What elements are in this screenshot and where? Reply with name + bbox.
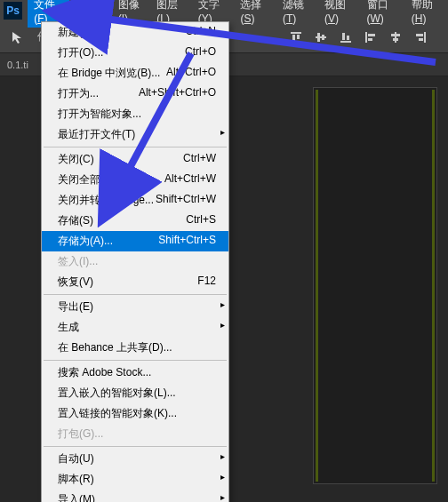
- menu-item-label: 导入(M): [58, 492, 95, 502]
- menu-item[interactable]: 关闭全部Alt+Ctrl+W: [42, 170, 228, 190]
- svg-rect-15: [424, 32, 426, 43]
- svg-rect-3: [316, 36, 326, 38]
- align-left-icon[interactable]: [361, 28, 380, 47]
- menu-separator: [44, 147, 227, 147]
- menu-item-label: 新建(N)...: [58, 25, 103, 40]
- canvas-image: [313, 87, 437, 484]
- menu-item[interactable]: 导出(E): [42, 297, 228, 317]
- svg-rect-14: [393, 38, 398, 41]
- file-menu-dropdown: 新建(N)...Ctrl+N打开(O)...Ctrl+O在 Bridge 中浏览…: [41, 21, 229, 502]
- menu-w[interactable]: 窗口(W): [361, 0, 405, 28]
- menu-item[interactable]: 置入链接的智能对象(K)...: [42, 403, 228, 424]
- svg-rect-7: [342, 33, 345, 40]
- menu-item-shortcut: Shift+Ctrl+W: [156, 193, 216, 208]
- menu-item[interactable]: 打开为智能对象...: [42, 104, 228, 124]
- menu-v[interactable]: 视图(V): [318, 0, 361, 28]
- menu-item[interactable]: 脚本(R): [42, 469, 228, 490]
- menu-item-label: 最近打开文件(T): [58, 127, 135, 142]
- menu-item[interactable]: 自动(U): [42, 449, 228, 469]
- svg-rect-10: [368, 34, 375, 36]
- svg-rect-8: [347, 36, 349, 40]
- align-bottom-icon[interactable]: [336, 28, 356, 47]
- menu-item[interactable]: 搜索 Adobe Stock...: [42, 363, 228, 383]
- menu-item[interactable]: 在 Behance 上共享(D)...: [42, 338, 228, 358]
- menu-item[interactable]: 生成: [42, 317, 228, 338]
- menu-item[interactable]: 导入(M): [42, 490, 228, 502]
- menu-item[interactable]: 恢复(V)F12: [42, 272, 228, 292]
- menu-item[interactable]: 置入嵌入的智能对象(L)...: [42, 383, 228, 403]
- menu-item[interactable]: 最近打开文件(T): [42, 124, 228, 145]
- menu-item-label: 签入(I)...: [58, 254, 98, 269]
- svg-rect-5: [322, 35, 324, 40]
- menu-item-label: 自动(U): [58, 451, 94, 466]
- menu-item[interactable]: 在 Bridge 中浏览(B)...Alt+Ctrl+O: [42, 63, 228, 84]
- svg-rect-6: [340, 41, 351, 43]
- menu-item[interactable]: 新建(N)...Ctrl+N: [42, 22, 228, 43]
- menu-item-shortcut: Ctrl+S: [186, 213, 216, 228]
- menu-item-shortcut: Ctrl+O: [185, 45, 216, 60]
- svg-rect-1: [292, 35, 295, 42]
- menu-item-label: 关闭(C): [58, 152, 94, 167]
- menu-s[interactable]: 选择(S): [234, 0, 276, 28]
- menu-t[interactable]: 滤镜(T): [276, 0, 318, 28]
- menu-separator: [44, 294, 227, 295]
- menu-item-label: 在 Bridge 中浏览(B)...: [58, 66, 160, 81]
- menu-item-shortcut: Alt+Ctrl+W: [164, 172, 216, 187]
- menu-item-label: 脚本(R): [58, 472, 94, 487]
- svg-rect-17: [419, 38, 423, 41]
- menu-item-shortcut: Shift+Ctrl+S: [158, 234, 216, 249]
- svg-rect-13: [391, 34, 400, 36]
- svg-rect-0: [291, 32, 301, 34]
- align-right-icon[interactable]: [411, 28, 430, 47]
- menu-item[interactable]: 打开(O)...Ctrl+O: [42, 43, 228, 63]
- menu-item-label: 关闭全部: [58, 172, 100, 187]
- menu-item[interactable]: 关闭并转到 Bridge...Shift+Ctrl+W: [42, 190, 228, 211]
- menu-item-label: 在 Behance 上共享(D)...: [58, 340, 172, 355]
- menu-item-shortcut: Ctrl+W: [183, 152, 216, 167]
- menu-item-shortcut: Ctrl+N: [186, 25, 216, 40]
- menu-item[interactable]: 打开为...Alt+Shift+Ctrl+O: [42, 84, 228, 104]
- menu-item-label: 打开为...: [58, 86, 99, 101]
- align-top-icon[interactable]: [286, 28, 306, 47]
- menubar: Ps 文件(F)编辑(E)图像(I)图层(L)文字(Y)选择(S)滤镜(T)视图…: [0, 0, 448, 21]
- menu-separator: [44, 446, 227, 447]
- document-tab[interactable]: 0.1.ti: [7, 60, 28, 70]
- menu-item: 打包(G)...: [42, 424, 228, 444]
- menu-item-label: 存储为(A)...: [58, 234, 113, 249]
- menu-item-label: 生成: [58, 320, 79, 335]
- menu-item-label: 恢复(V): [58, 275, 93, 290]
- menu-separator: [44, 360, 227, 361]
- menu-item[interactable]: 存储为(A)...Shift+Ctrl+S: [42, 231, 228, 251]
- align-vcenter-icon[interactable]: [311, 28, 331, 47]
- app-logo: Ps: [4, 2, 22, 20]
- menu-item[interactable]: 关闭(C)Ctrl+W: [42, 149, 228, 170]
- menu-item-label: 打开为智能对象...: [58, 107, 141, 122]
- move-tool-icon[interactable]: [7, 27, 28, 48]
- svg-rect-11: [368, 38, 372, 41]
- menu-item-shortcut: F12: [197, 275, 216, 290]
- menu-item-label: 置入嵌入的智能对象(L)...: [58, 386, 176, 401]
- svg-rect-12: [395, 32, 396, 43]
- menu-item-label: 打包(G)...: [58, 426, 103, 442]
- svg-rect-4: [317, 33, 320, 42]
- align-hcenter-icon[interactable]: [386, 28, 405, 47]
- menu-item-shortcut: Alt+Shift+Ctrl+O: [139, 86, 216, 101]
- align-group: [286, 28, 430, 47]
- menu-item-label: 打开(O)...: [58, 45, 103, 60]
- menu-item-label: 搜索 Adobe Stock...: [58, 365, 151, 380]
- menu-h[interactable]: 帮助(H): [405, 0, 448, 28]
- svg-rect-2: [297, 35, 300, 39]
- svg-rect-9: [365, 32, 367, 43]
- menu-item: 签入(I)...: [42, 251, 228, 272]
- svg-rect-16: [416, 34, 423, 36]
- menu-item-shortcut: Alt+Ctrl+O: [166, 66, 216, 81]
- menu-item-label: 关闭并转到 Bridge...: [58, 193, 154, 208]
- menu-item-label: 存储(S): [58, 213, 93, 228]
- menu-item[interactable]: 存储(S)Ctrl+S: [42, 211, 228, 231]
- menu-item-label: 置入链接的智能对象(K)...: [58, 406, 177, 421]
- menu-item-label: 导出(E): [58, 299, 93, 315]
